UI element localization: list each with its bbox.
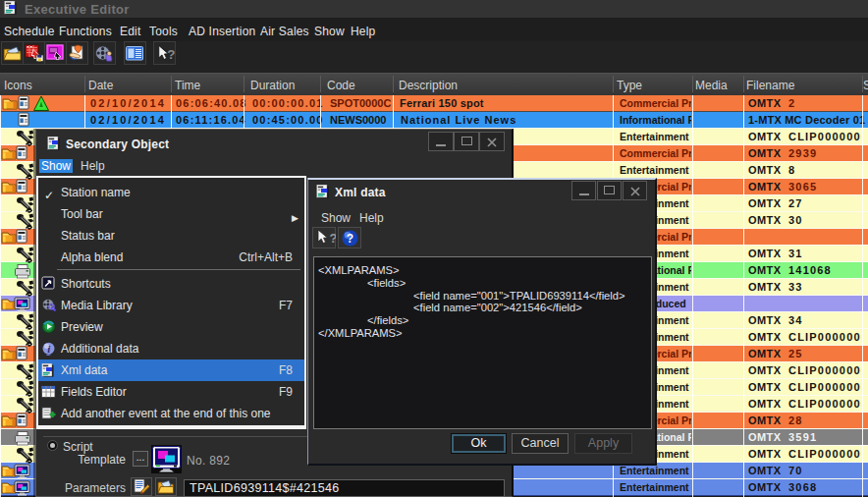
svg-text:?: ?: [330, 231, 337, 246]
svg-text:?: ?: [347, 232, 353, 246]
svg-text:?: ?: [167, 46, 175, 61]
